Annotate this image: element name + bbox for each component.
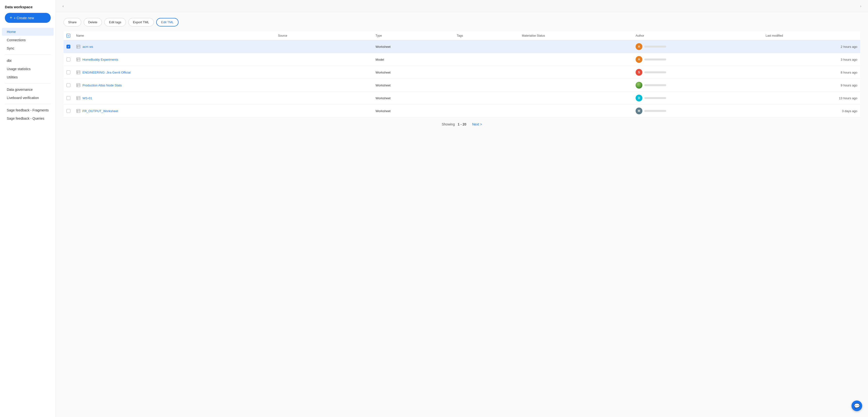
row-checkbox[interactable] <box>66 96 70 100</box>
svg-rect-0 <box>77 45 80 48</box>
row-source <box>275 53 373 66</box>
row-author: M <box>636 108 760 114</box>
avatar: M <box>636 108 642 114</box>
pagination-next-button[interactable]: Next > <box>472 122 482 126</box>
delete-button[interactable]: Delete <box>84 18 102 26</box>
row-checkbox[interactable] <box>66 44 70 49</box>
sidebar-item-connections-label: Connections <box>7 38 26 42</box>
row-tags <box>454 53 519 66</box>
sidebar-item-dbt[interactable]: dbt <box>2 57 54 65</box>
sidebar: Data workspace + + Create new Home Conne… <box>0 0 56 417</box>
row-checkbox[interactable] <box>66 109 70 113</box>
row-tags <box>454 66 519 79</box>
select-all-header[interactable] <box>64 31 73 40</box>
sidebar-item-sage-feedback-fragments[interactable]: Sage feedback - Fragments <box>2 106 54 114</box>
col-header-type: Type <box>373 31 454 40</box>
create-new-label: + Create new <box>14 16 34 20</box>
plus-icon: + <box>10 15 12 20</box>
row-name-link[interactable]: FR_OUTPUT_Worksheet <box>83 109 118 113</box>
sidebar-item-usage-statistics[interactable]: Usage statistics <box>2 65 54 73</box>
row-name-link[interactable]: ENGINEERING: Jira Gerrit Official <box>83 71 130 74</box>
pagination: Showing 1 - 20 Next > <box>64 117 860 131</box>
row-tags <box>454 79 519 92</box>
row-type: Model <box>373 53 454 66</box>
share-button[interactable]: Share <box>64 18 81 26</box>
sidebar-item-usage-statistics-label: Usage statistics <box>7 67 31 71</box>
svg-rect-20 <box>77 109 80 113</box>
svg-rect-8 <box>77 71 80 74</box>
edit-tml-button[interactable]: Edit TML <box>156 18 179 26</box>
avatar: D <box>636 95 642 101</box>
row-tags <box>454 40 519 53</box>
sidebar-item-home-label: Home <box>7 30 16 34</box>
row-source <box>275 40 373 53</box>
worksheet-icon <box>76 96 81 100</box>
row-source <box>275 92 373 105</box>
sidebar-item-liveboard-verification[interactable]: Liveboard verification <box>2 94 54 102</box>
collapse-sidebar-button[interactable]: ‹ <box>60 3 66 9</box>
sidebar-item-connections[interactable]: Connections <box>2 36 54 44</box>
svg-rect-12 <box>77 84 80 87</box>
data-table: Name Source Type Tags Materialise Status… <box>64 31 860 117</box>
sidebar-item-sync-label: Sync <box>7 47 14 50</box>
row-author: A <box>636 56 760 63</box>
sidebar-divider-2 <box>5 83 51 84</box>
chat-fab-button[interactable]: 💬 <box>851 400 862 411</box>
row-checkbox[interactable] <box>66 58 70 61</box>
row-checkbox[interactable] <box>66 70 70 74</box>
content-area: Share Delete Edit tags Export TML Edit T… <box>56 12 868 417</box>
author-name-bar <box>644 84 666 86</box>
sidebar-item-sync[interactable]: Sync <box>2 44 54 52</box>
select-all-checkbox[interactable] <box>66 34 70 38</box>
sidebar-divider-1 <box>5 54 51 55</box>
sidebar-item-sage-feedback-queries-label: Sage feedback - Queries <box>7 117 44 120</box>
pagination-spacer <box>468 122 470 126</box>
expand-panel-button[interactable]: › <box>857 3 864 9</box>
row-checkbox[interactable] <box>66 83 70 87</box>
avatar: S <box>636 69 642 76</box>
row-materialise-status <box>519 53 633 66</box>
row-materialise-status <box>519 105 633 117</box>
row-name-link[interactable]: HomeBuddy Experiments <box>83 58 118 61</box>
export-tml-button[interactable]: Export TML <box>128 18 154 26</box>
author-name-bar <box>644 71 666 73</box>
top-bar: ‹ › <box>56 0 868 12</box>
row-source <box>275 79 373 92</box>
sidebar-item-sage-feedback-queries[interactable]: Sage feedback - Queries <box>2 115 54 122</box>
toolbar: Share Delete Edit tags Export TML Edit T… <box>64 18 860 26</box>
row-last-modified: 2 hours ago <box>763 40 860 53</box>
row-last-modified: 9 hours ago <box>763 79 860 92</box>
row-type: Worksheet <box>373 92 454 105</box>
row-name-link[interactable]: Production Atlas Node Stats <box>83 84 122 87</box>
row-tags <box>454 105 519 117</box>
sidebar-item-data-governance[interactable]: Data governance <box>2 86 54 93</box>
row-last-modified: 3 days ago <box>763 105 860 117</box>
edit-tags-button[interactable]: Edit tags <box>104 18 126 26</box>
table-row: ENGINEERING: Jira Gerrit OfficialWorkshe… <box>64 66 860 79</box>
sidebar-item-utilities[interactable]: Utilities <box>2 73 54 81</box>
sidebar-item-dbt-label: dbt <box>7 59 11 63</box>
row-author: A <box>636 43 760 50</box>
avatar: A <box>636 43 642 50</box>
row-author: D <box>636 95 760 101</box>
row-materialise-status <box>519 66 633 79</box>
table-row: FR_OUTPUT_WorksheetWorksheetM3 days ago <box>64 105 860 117</box>
main-content: ‹ › Share Delete Edit tags Export TML Ed… <box>56 0 868 417</box>
row-author: S <box>636 69 760 76</box>
sidebar-item-data-governance-label: Data governance <box>7 88 33 91</box>
sidebar-item-liveboard-verification-label: Liveboard verification <box>7 96 39 100</box>
author-name-bar <box>644 110 666 112</box>
create-new-button[interactable]: + + Create new <box>5 13 51 23</box>
sidebar-divider-3 <box>5 104 51 104</box>
row-source <box>275 66 373 79</box>
sidebar-item-home[interactable]: Home <box>2 28 54 36</box>
row-last-modified: 8 hours ago <box>763 66 860 79</box>
author-name-bar <box>644 97 666 99</box>
col-header-last-modified: Last modified <box>763 31 860 40</box>
author-name-bar <box>644 59 666 60</box>
col-header-tags: Tags <box>454 31 519 40</box>
row-name-link[interactable]: WS-01 <box>83 96 92 100</box>
row-name-link[interactable]: acm ws <box>83 45 93 49</box>
table-header-row: Name Source Type Tags Materialise Status… <box>64 31 860 40</box>
chat-icon: 💬 <box>854 403 860 409</box>
